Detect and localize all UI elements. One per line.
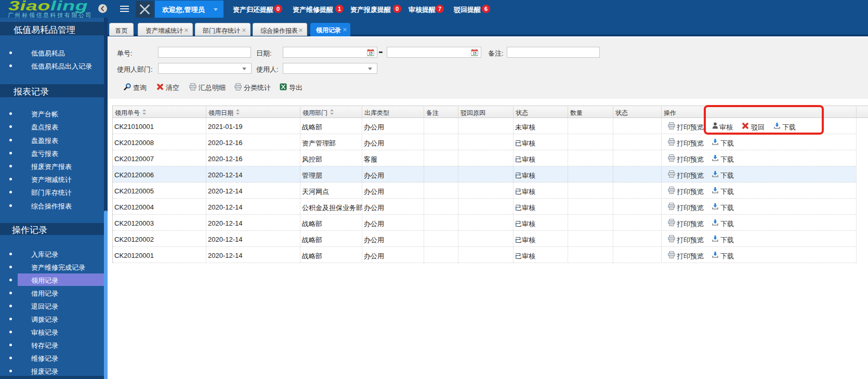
svg-text:15: 15 xyxy=(369,51,373,55)
svg-text:15: 15 xyxy=(472,51,477,55)
